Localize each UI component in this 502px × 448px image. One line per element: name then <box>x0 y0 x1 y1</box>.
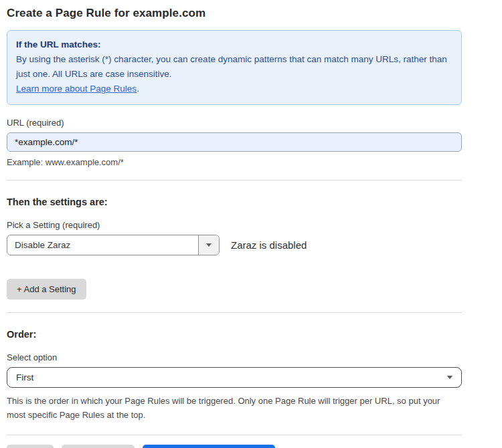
url-field-label: URL (required) <box>7 118 462 128</box>
setting-select-value: Disable Zaraz <box>7 235 198 255</box>
page-rule-form: Create a Page Rule for example.com If th… <box>7 0 462 448</box>
order-select[interactable]: First <box>7 367 462 388</box>
settings-section-heading: Then the settings are: <box>7 197 462 207</box>
chevron-down-icon <box>447 376 452 379</box>
cancel-button[interactable]: Cancel <box>7 445 54 448</box>
order-select-value: First <box>16 372 33 382</box>
link-period: . <box>137 84 139 94</box>
url-match-info-box: If the URL matches: By using the asteris… <box>7 30 462 105</box>
save-and-deploy-button[interactable]: Save and Deploy Page Rule <box>143 445 274 448</box>
info-box-link-line: Learn more about Page Rules. <box>16 82 452 96</box>
pick-setting-label: Pick a Setting (required) <box>7 220 462 230</box>
info-box-heading: If the URL matches: <box>16 37 452 52</box>
order-helper-text: This is the order in which your Page Rul… <box>7 394 456 422</box>
add-setting-button[interactable]: + Add a Setting <box>7 279 86 300</box>
divider <box>7 435 462 435</box>
setting-select-arrow-button[interactable] <box>198 235 219 255</box>
form-action-buttons: Cancel Save as Draft Save and Deploy Pag… <box>7 445 462 448</box>
learn-more-link[interactable]: Learn more about Page Rules <box>16 84 137 94</box>
setting-select[interactable]: Disable Zaraz <box>7 235 220 255</box>
url-input[interactable] <box>7 132 462 152</box>
info-box-body: By using the asterisk (*) character, you… <box>16 52 452 82</box>
divider <box>7 180 462 181</box>
url-example-helper: Example: www.example.com/* <box>7 157 462 167</box>
order-select-label: Select option <box>7 352 462 362</box>
setting-status-text: Zaraz is disabled <box>231 239 307 251</box>
chevron-down-icon <box>206 243 212 247</box>
save-as-draft-button[interactable]: Save as Draft <box>62 445 135 448</box>
setting-picker-row: Disable Zaraz Zaraz is disabled <box>7 235 462 255</box>
divider <box>7 312 462 313</box>
page-title: Create a Page Rule for example.com <box>7 7 462 20</box>
order-section-heading: Order: <box>7 329 462 340</box>
